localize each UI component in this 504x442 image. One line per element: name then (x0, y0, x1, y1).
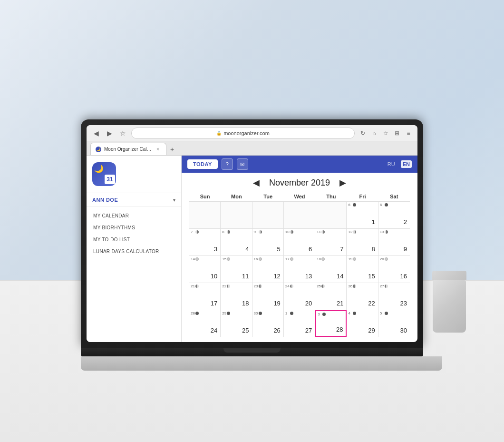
star-button[interactable]: ☆ (381, 129, 390, 138)
lunar-day-label: 10 (285, 230, 290, 234)
bookmark-button[interactable]: ☆ (118, 128, 127, 138)
table-row[interactable]: 6 1 (347, 202, 378, 228)
laptop-hinge (223, 348, 281, 353)
moon-phase-icon (195, 257, 199, 261)
table-row[interactable]: 21 17 (189, 283, 221, 310)
moon-phase-icon (322, 313, 326, 316)
lunar-day-label: 23 (254, 284, 258, 288)
lunar-day-label: 26 (348, 284, 352, 288)
prev-month-button[interactable]: ◀ (253, 177, 260, 188)
dropdown-arrow-icon: ▾ (173, 197, 175, 203)
table-row[interactable]: 16 12 (252, 256, 284, 283)
table-row[interactable]: 29 25 (221, 310, 252, 337)
home-button[interactable]: ⌂ (370, 129, 378, 138)
table-row[interactable]: 13 9 (378, 229, 410, 255)
table-row[interactable]: 9 5 (252, 229, 284, 255)
table-row[interactable]: 5 30 (378, 310, 410, 337)
moon-phase-icon (385, 230, 388, 234)
table-row[interactable]: 27 23 (378, 283, 410, 310)
next-month-button[interactable]: ▶ (339, 177, 346, 188)
table-row[interactable]: 14 10 (189, 256, 221, 283)
table-row[interactable] (252, 202, 284, 228)
menu-button[interactable]: ≡ (404, 129, 413, 138)
sidebar-item-todo[interactable]: MY TO-DO LIST (87, 234, 181, 246)
laptop-base (81, 348, 423, 356)
table-row[interactable]: 11 7 (315, 229, 347, 255)
back-button[interactable]: ◀ (91, 128, 101, 138)
lang-en-button[interactable]: EN (401, 160, 412, 168)
table-row[interactable]: 28 24 (189, 310, 221, 337)
sidebar-menu: MY CALENDAR MY BIORHYTHMS MY TO-DO LIST … (87, 207, 181, 260)
lunar-day-label: 8 (222, 230, 224, 234)
tab-close-button[interactable]: × (155, 146, 161, 153)
dow-wed: Wed (284, 192, 315, 201)
table-row[interactable]: 8 4 (221, 229, 252, 255)
active-tab[interactable]: 🌙 Moon Organizer Calend... × (90, 143, 166, 155)
moon-phase-icon (195, 285, 199, 288)
lunar-day-label: 4 (348, 311, 350, 315)
moon-phase-icon (353, 257, 356, 261)
sidebar-item-biorhythms[interactable]: MY BIORHYTHMS (87, 222, 181, 234)
user-section[interactable]: ANN DOE ▾ (87, 193, 181, 207)
calendar-date: 18 (242, 300, 249, 307)
table-row[interactable]: 4 29 (347, 310, 378, 337)
calendar-date: 26 (273, 327, 280, 334)
address-bar[interactable]: 🔒 moonorganizer.com (131, 128, 355, 139)
table-row[interactable]: 7 3 (189, 229, 221, 255)
moon-phase-icon (290, 312, 293, 315)
moon-phase-icon (227, 312, 230, 315)
forward-button[interactable]: ▶ (105, 128, 114, 138)
table-row[interactable]: 26 22 (347, 283, 378, 310)
table-row[interactable]: 17 13 (284, 256, 315, 283)
table-row[interactable] (315, 202, 347, 228)
moon-phase-icon (195, 312, 199, 315)
moon-phase-icon (321, 230, 325, 234)
new-tab-button[interactable]: + (166, 144, 178, 155)
moon-phase-icon (385, 312, 388, 315)
sidebar-item-my-calendar[interactable]: MY CALENDAR (87, 210, 181, 222)
moon-phase-icon (195, 230, 199, 234)
today-button[interactable]: TODAY (187, 159, 218, 169)
table-row[interactable]: 12 8 (347, 229, 378, 255)
table-row[interactable]: 6 2 (378, 202, 410, 228)
table-row[interactable]: 19 15 (347, 256, 378, 283)
table-row[interactable] (284, 202, 315, 228)
table-row[interactable]: 22 18 (221, 283, 252, 310)
calendar-area: ◀ November 2019 ▶ Sun Mon Tue Wed (182, 173, 417, 342)
table-row[interactable]: 10 6 (284, 229, 315, 255)
moon-phase-icon (259, 312, 262, 315)
table-row[interactable]: 20 16 (378, 256, 410, 283)
calendar-week-4: 21 17 22 18 (189, 283, 410, 310)
calendar-date: 22 (368, 300, 375, 307)
lang-ru-button[interactable]: RU (386, 160, 397, 168)
table-row[interactable]: 30 26 (252, 310, 284, 337)
app-logo: 🌙 31 (92, 162, 116, 186)
table-row[interactable]: 15 11 (221, 256, 252, 283)
table-row[interactable] (221, 202, 252, 228)
table-row[interactable]: 23 19 (252, 283, 284, 310)
mail-button[interactable]: ✉ (237, 158, 248, 170)
lunar-day-label: 5 (380, 311, 382, 315)
help-button[interactable]: ? (222, 158, 233, 170)
moon-phase-icon (385, 285, 388, 288)
calendar-week-3: 14 10 15 11 (189, 255, 410, 283)
lunar-day-label: 18 (317, 257, 321, 261)
laptop-lid: ◀ ▶ ☆ 🔒 moonorganizer.com ↻ ⌂ ☆ ⊞ ≡ (81, 119, 423, 348)
calendar-date: 11 (242, 273, 249, 280)
sidebar-item-lunar-calculator[interactable]: LUNAR DAYS CALCULATOR (87, 246, 181, 257)
refresh-button[interactable]: ↻ (359, 129, 367, 138)
table-row[interactable]: 24 20 (284, 283, 315, 310)
table-row[interactable] (189, 202, 221, 228)
table-row[interactable]: 1 27 (284, 310, 315, 337)
calendar-date: 14 (337, 273, 343, 280)
moon-phase-icon (353, 285, 356, 288)
today-cell[interactable]: 3 28 (315, 310, 347, 337)
table-row[interactable]: 25 21 (315, 283, 347, 310)
calendar-date: 13 (305, 273, 312, 280)
table-row[interactable]: 18 14 (315, 256, 347, 283)
lunar-day-label: 24 (285, 284, 290, 288)
sidebar-logo: 🌙 31 (87, 156, 181, 193)
calendar-week-2: 7 3 8 4 (189, 228, 410, 255)
share-button[interactable]: ⊞ (393, 129, 401, 138)
calendar-date: 21 (337, 300, 343, 307)
